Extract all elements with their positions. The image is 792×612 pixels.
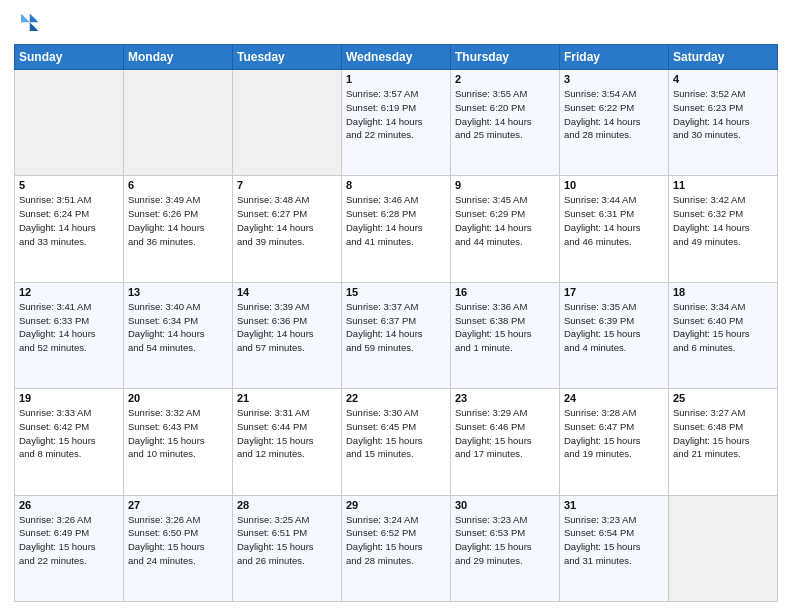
calendar-day-header: Tuesday — [233, 45, 342, 70]
day-info: Sunrise: 3:30 AM Sunset: 6:45 PM Dayligh… — [346, 406, 446, 461]
day-info: Sunrise: 3:49 AM Sunset: 6:26 PM Dayligh… — [128, 193, 228, 248]
day-number: 31 — [564, 499, 664, 511]
day-info: Sunrise: 3:25 AM Sunset: 6:51 PM Dayligh… — [237, 513, 337, 568]
day-info: Sunrise: 3:44 AM Sunset: 6:31 PM Dayligh… — [564, 193, 664, 248]
calendar-cell — [233, 70, 342, 176]
day-number: 3 — [564, 73, 664, 85]
calendar-cell: 12Sunrise: 3:41 AM Sunset: 6:33 PM Dayli… — [15, 282, 124, 388]
day-number: 19 — [19, 392, 119, 404]
day-number: 14 — [237, 286, 337, 298]
day-info: Sunrise: 3:45 AM Sunset: 6:29 PM Dayligh… — [455, 193, 555, 248]
calendar-cell: 25Sunrise: 3:27 AM Sunset: 6:48 PM Dayli… — [669, 389, 778, 495]
calendar-day-header: Monday — [124, 45, 233, 70]
calendar-cell: 5Sunrise: 3:51 AM Sunset: 6:24 PM Daylig… — [15, 176, 124, 282]
day-info: Sunrise: 3:31 AM Sunset: 6:44 PM Dayligh… — [237, 406, 337, 461]
day-number: 21 — [237, 392, 337, 404]
calendar-cell: 2Sunrise: 3:55 AM Sunset: 6:20 PM Daylig… — [451, 70, 560, 176]
header — [14, 10, 778, 38]
day-info: Sunrise: 3:37 AM Sunset: 6:37 PM Dayligh… — [346, 300, 446, 355]
day-number: 25 — [673, 392, 773, 404]
logo-icon — [14, 10, 42, 38]
day-info: Sunrise: 3:23 AM Sunset: 6:54 PM Dayligh… — [564, 513, 664, 568]
day-number: 17 — [564, 286, 664, 298]
calendar-cell: 13Sunrise: 3:40 AM Sunset: 6:34 PM Dayli… — [124, 282, 233, 388]
calendar-cell — [124, 70, 233, 176]
calendar-cell: 26Sunrise: 3:26 AM Sunset: 6:49 PM Dayli… — [15, 495, 124, 601]
calendar-cell: 30Sunrise: 3:23 AM Sunset: 6:53 PM Dayli… — [451, 495, 560, 601]
calendar-cell: 17Sunrise: 3:35 AM Sunset: 6:39 PM Dayli… — [560, 282, 669, 388]
day-info: Sunrise: 3:48 AM Sunset: 6:27 PM Dayligh… — [237, 193, 337, 248]
calendar-day-header: Thursday — [451, 45, 560, 70]
day-number: 10 — [564, 179, 664, 191]
calendar-cell: 3Sunrise: 3:54 AM Sunset: 6:22 PM Daylig… — [560, 70, 669, 176]
calendar-cell: 19Sunrise: 3:33 AM Sunset: 6:42 PM Dayli… — [15, 389, 124, 495]
day-info: Sunrise: 3:40 AM Sunset: 6:34 PM Dayligh… — [128, 300, 228, 355]
calendar-week-row: 12Sunrise: 3:41 AM Sunset: 6:33 PM Dayli… — [15, 282, 778, 388]
day-number: 9 — [455, 179, 555, 191]
day-number: 1 — [346, 73, 446, 85]
day-number: 11 — [673, 179, 773, 191]
day-info: Sunrise: 3:51 AM Sunset: 6:24 PM Dayligh… — [19, 193, 119, 248]
calendar-cell: 6Sunrise: 3:49 AM Sunset: 6:26 PM Daylig… — [124, 176, 233, 282]
calendar-cell: 27Sunrise: 3:26 AM Sunset: 6:50 PM Dayli… — [124, 495, 233, 601]
day-number: 8 — [346, 179, 446, 191]
day-info: Sunrise: 3:41 AM Sunset: 6:33 PM Dayligh… — [19, 300, 119, 355]
day-info: Sunrise: 3:28 AM Sunset: 6:47 PM Dayligh… — [564, 406, 664, 461]
calendar-cell: 29Sunrise: 3:24 AM Sunset: 6:52 PM Dayli… — [342, 495, 451, 601]
calendar-cell: 11Sunrise: 3:42 AM Sunset: 6:32 PM Dayli… — [669, 176, 778, 282]
calendar-cell: 24Sunrise: 3:28 AM Sunset: 6:47 PM Dayli… — [560, 389, 669, 495]
day-info: Sunrise: 3:26 AM Sunset: 6:49 PM Dayligh… — [19, 513, 119, 568]
day-number: 22 — [346, 392, 446, 404]
day-info: Sunrise: 3:57 AM Sunset: 6:19 PM Dayligh… — [346, 87, 446, 142]
calendar-week-row: 19Sunrise: 3:33 AM Sunset: 6:42 PM Dayli… — [15, 389, 778, 495]
calendar-cell: 4Sunrise: 3:52 AM Sunset: 6:23 PM Daylig… — [669, 70, 778, 176]
calendar-cell: 18Sunrise: 3:34 AM Sunset: 6:40 PM Dayli… — [669, 282, 778, 388]
calendar-week-row: 1Sunrise: 3:57 AM Sunset: 6:19 PM Daylig… — [15, 70, 778, 176]
svg-marker-1 — [30, 22, 39, 31]
day-info: Sunrise: 3:32 AM Sunset: 6:43 PM Dayligh… — [128, 406, 228, 461]
calendar-cell: 22Sunrise: 3:30 AM Sunset: 6:45 PM Dayli… — [342, 389, 451, 495]
calendar-cell: 21Sunrise: 3:31 AM Sunset: 6:44 PM Dayli… — [233, 389, 342, 495]
calendar-cell: 9Sunrise: 3:45 AM Sunset: 6:29 PM Daylig… — [451, 176, 560, 282]
calendar-cell: 14Sunrise: 3:39 AM Sunset: 6:36 PM Dayli… — [233, 282, 342, 388]
day-number: 30 — [455, 499, 555, 511]
day-info: Sunrise: 3:27 AM Sunset: 6:48 PM Dayligh… — [673, 406, 773, 461]
day-info: Sunrise: 3:39 AM Sunset: 6:36 PM Dayligh… — [237, 300, 337, 355]
day-number: 29 — [346, 499, 446, 511]
calendar-cell: 16Sunrise: 3:36 AM Sunset: 6:38 PM Dayli… — [451, 282, 560, 388]
svg-marker-2 — [21, 14, 30, 23]
calendar-day-header: Friday — [560, 45, 669, 70]
day-number: 26 — [19, 499, 119, 511]
day-number: 27 — [128, 499, 228, 511]
day-number: 28 — [237, 499, 337, 511]
calendar-cell: 23Sunrise: 3:29 AM Sunset: 6:46 PM Dayli… — [451, 389, 560, 495]
day-info: Sunrise: 3:23 AM Sunset: 6:53 PM Dayligh… — [455, 513, 555, 568]
calendar-week-row: 5Sunrise: 3:51 AM Sunset: 6:24 PM Daylig… — [15, 176, 778, 282]
calendar-cell: 10Sunrise: 3:44 AM Sunset: 6:31 PM Dayli… — [560, 176, 669, 282]
calendar-cell: 8Sunrise: 3:46 AM Sunset: 6:28 PM Daylig… — [342, 176, 451, 282]
calendar-cell: 28Sunrise: 3:25 AM Sunset: 6:51 PM Dayli… — [233, 495, 342, 601]
day-number: 24 — [564, 392, 664, 404]
calendar-cell: 15Sunrise: 3:37 AM Sunset: 6:37 PM Dayli… — [342, 282, 451, 388]
day-info: Sunrise: 3:42 AM Sunset: 6:32 PM Dayligh… — [673, 193, 773, 248]
day-info: Sunrise: 3:35 AM Sunset: 6:39 PM Dayligh… — [564, 300, 664, 355]
calendar-day-header: Saturday — [669, 45, 778, 70]
day-info: Sunrise: 3:52 AM Sunset: 6:23 PM Dayligh… — [673, 87, 773, 142]
day-info: Sunrise: 3:54 AM Sunset: 6:22 PM Dayligh… — [564, 87, 664, 142]
day-info: Sunrise: 3:34 AM Sunset: 6:40 PM Dayligh… — [673, 300, 773, 355]
logo — [14, 10, 46, 38]
calendar-week-row: 26Sunrise: 3:26 AM Sunset: 6:49 PM Dayli… — [15, 495, 778, 601]
day-number: 15 — [346, 286, 446, 298]
day-number: 16 — [455, 286, 555, 298]
day-number: 6 — [128, 179, 228, 191]
calendar-cell: 20Sunrise: 3:32 AM Sunset: 6:43 PM Dayli… — [124, 389, 233, 495]
day-number: 20 — [128, 392, 228, 404]
calendar-header-row: SundayMondayTuesdayWednesdayThursdayFrid… — [15, 45, 778, 70]
calendar-day-header: Sunday — [15, 45, 124, 70]
calendar-cell — [15, 70, 124, 176]
page: SundayMondayTuesdayWednesdayThursdayFrid… — [0, 0, 792, 612]
day-number: 13 — [128, 286, 228, 298]
calendar-table: SundayMondayTuesdayWednesdayThursdayFrid… — [14, 44, 778, 602]
calendar-cell — [669, 495, 778, 601]
calendar-day-header: Wednesday — [342, 45, 451, 70]
